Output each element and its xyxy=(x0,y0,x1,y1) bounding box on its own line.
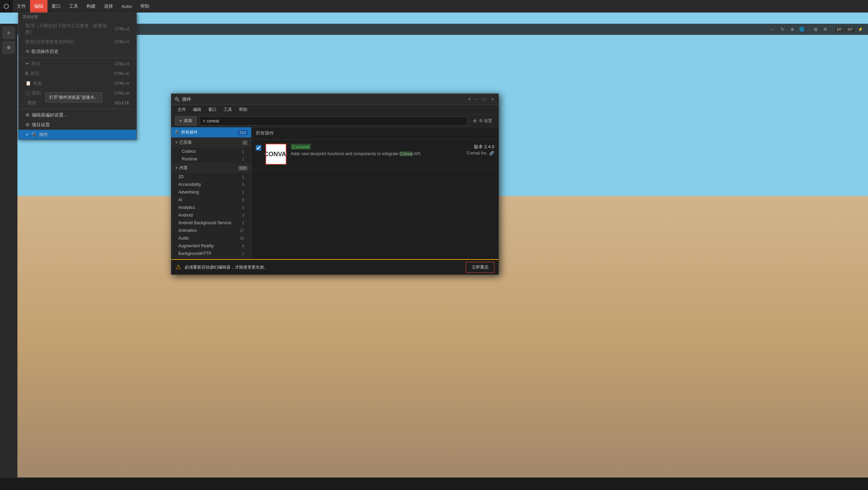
close-button[interactable]: × xyxy=(489,96,496,103)
analytics-count: 5 xyxy=(242,205,244,210)
plugin-name: Convai xyxy=(291,144,311,150)
tooltip-box: 打开"插件浏览器"选项卡。 xyxy=(45,92,102,103)
plugin-window: 🔌 插件 × − □ × 文件 编辑 窗口 工具 帮助 + 添加 × ⚙ ⚙ 设… xyxy=(171,93,499,275)
vp-angle-2: 10° xyxy=(845,27,855,32)
advertising-count: 1 xyxy=(242,190,244,194)
dropdown-item-copy[interactable]: ⎘拷贝 CTRL+C xyxy=(18,69,136,78)
plus-icon: + xyxy=(179,119,182,123)
all-plugins-section: 🔌 所有插件 510 xyxy=(171,127,251,137)
menu-item-build[interactable]: 构建 xyxy=(82,0,100,13)
warning-text: 必须重新启动虚幻编辑器，才能使变更生效。 xyxy=(185,264,462,270)
menu-item-window[interactable]: 窗口 xyxy=(47,0,65,13)
dropdown-item-redo[interactable]: 恢复(没有要恢复的内容) CTRL+Y xyxy=(18,37,136,47)
warning-icon: ⚠ xyxy=(175,263,181,271)
convai-logo: CONVAI xyxy=(264,151,288,158)
builtin-header[interactable]: ▼ 内置 508 xyxy=(171,163,251,173)
plugin-title-text: 插件 xyxy=(182,96,468,103)
dropdown-item-prefs[interactable]: ⚙编辑器偏好设置... xyxy=(18,110,136,120)
sidebar-item-runtime[interactable]: Runtime 1 xyxy=(171,155,251,163)
plugin-menu-window[interactable]: 窗口 xyxy=(205,105,220,114)
menu-item-file[interactable]: 文件 xyxy=(13,0,30,13)
sidebar-item-android[interactable]: Android 3 xyxy=(171,211,251,219)
add-plugin-button[interactable]: + 添加 xyxy=(175,116,197,126)
menu-item-edit[interactable]: 编辑 xyxy=(30,0,47,13)
menu-item-select[interactable]: 选择 xyxy=(100,0,117,13)
installed-header[interactable]: ▼ 已安装 2 xyxy=(171,137,251,148)
menu-item-help[interactable]: 帮助 xyxy=(136,0,154,13)
plugin-company: Convai Inc. 🔗 xyxy=(467,151,494,156)
vp-icon-grid[interactable]: ⊞ xyxy=(811,25,820,33)
plugin-menubar: 文件 编辑 窗口 工具 帮助 xyxy=(171,105,499,115)
plugin-menu-tools[interactable]: 工具 xyxy=(220,105,235,114)
sidebar-item-codecs-installed[interactable]: Codecs 1 xyxy=(171,148,251,155)
plugin-close-tab-btn[interactable]: × xyxy=(468,97,471,102)
plugin-desc-highlight: Convai xyxy=(399,151,412,156)
animation-count: 27 xyxy=(240,228,244,233)
sidebar-item-audio[interactable]: Audio 24 xyxy=(171,234,251,242)
sidebar-item-advertising[interactable]: Advertising 1 xyxy=(171,188,251,196)
dropdown-item-project-settings[interactable]: ⚙项目设置 xyxy=(18,120,136,130)
2d-count: 1 xyxy=(242,175,244,179)
sidebar-item-accessibility[interactable]: Accessibility 3 xyxy=(171,181,251,188)
codecs-installed-count: 1 xyxy=(242,149,244,153)
maximize-button[interactable]: □ xyxy=(481,96,487,103)
plugin-info: Convai Adds new blueprint functions and … xyxy=(291,144,463,157)
minimize-button[interactable]: − xyxy=(473,96,479,103)
plugin-version-info: 版本 2.4.0 Convai Inc. 🔗 xyxy=(467,144,494,156)
all-plugins-count: 510 xyxy=(238,130,248,135)
plugin-menu-edit[interactable]: 编辑 xyxy=(189,105,205,114)
vp-icon-world[interactable]: 🌐 xyxy=(798,25,806,33)
menu-item-actor[interactable]: Actor xyxy=(117,0,136,13)
dropdown-item-undo[interactable]: 取消（不能在以下操作之后恢复 - 新建地图） CTRL+Z xyxy=(18,21,136,37)
ar-count: 8 xyxy=(242,244,244,248)
installed-section: ▼ 已安装 2 Codecs 1 Runtime 1 xyxy=(171,137,251,163)
search-clear-button[interactable]: × xyxy=(203,118,205,124)
vp-icon-scale[interactable]: ⊕ xyxy=(788,25,796,33)
restart-button[interactable]: 立即重启 xyxy=(466,262,494,273)
plugin-title-bar: 🔌 插件 × − □ × xyxy=(171,94,499,105)
plugin-content: 所有插件 CONVAI Convai Adds new blueprint fu… xyxy=(252,127,499,259)
plugin-menu-file[interactable]: 文件 xyxy=(174,105,189,114)
left-panel-btn-menu[interactable]: ≡ xyxy=(2,27,15,39)
sidebar-item-animation[interactable]: Animation 27 xyxy=(171,227,251,234)
backgroundhttp-count: 1 xyxy=(242,251,244,256)
dropdown-item-cut[interactable]: ✂剪切 CTRL+X xyxy=(18,59,136,69)
plugin-version-number: 版本 2.4.0 xyxy=(467,144,494,150)
sidebar-item-ai[interactable]: AI 8 xyxy=(171,196,251,204)
vp-icon-last[interactable]: ⚡ xyxy=(856,25,865,33)
vp-icon-rotate[interactable]: ↻ xyxy=(778,25,787,33)
vp-icon-snap[interactable]: ⚙ xyxy=(821,25,830,33)
vp-separator-1 xyxy=(809,26,809,33)
settings-button[interactable]: ⚙ ⚙ 设置 xyxy=(470,116,495,125)
sidebar-item-analytics[interactable]: Analytics 5 xyxy=(171,204,251,211)
search-box: × xyxy=(200,116,467,126)
android-count: 3 xyxy=(242,213,244,217)
menu-item-tools[interactable]: 工具 xyxy=(65,0,82,13)
search-input[interactable] xyxy=(207,119,464,123)
sidebar-item-augmented-reality[interactable]: Augmented Reality 8 xyxy=(171,242,251,250)
builtin-toggle-icon: ▼ xyxy=(175,166,179,170)
plugin-body: 🔌 所有插件 510 ▼ 已安装 2 Codecs 1 xyxy=(171,127,499,259)
all-plugins-header[interactable]: 🔌 所有插件 510 xyxy=(171,127,251,137)
audio-count: 24 xyxy=(240,236,244,240)
dropdown-item-undo-history[interactable]: ⟲取消操作历史 xyxy=(18,47,136,56)
viewport-right-controls: ↔ ↻ ⊕ 🌐 ⊞ ⚙ 10° 10° ⚡ xyxy=(769,25,865,33)
dropdown-item-plugins[interactable]: ✓🔌插件 xyxy=(18,130,136,140)
menu-items: 文件 编辑 窗口 工具 构建 选择 Actor 帮助 xyxy=(13,0,154,13)
ai-count: 8 xyxy=(242,198,244,202)
viewport-toolbar: 🖥 平台 ▾ ↔ ↻ ⊕ 🌐 ⊞ ⚙ 10° 10° ⚡ xyxy=(17,24,868,35)
editor-dropdown: 其他设置 取消（不能在以下操作之后恢复 - 新建地图） CTRL+Z 恢复(没有… xyxy=(18,13,137,140)
sidebar-item-backgroundhttp[interactable]: BackgroundHTTP 1 xyxy=(171,250,251,257)
sidebar-item-android-bg-service[interactable]: Android Background Service 1 xyxy=(171,219,251,227)
plugin-toolbar: + 添加 × ⚙ ⚙ 设置 xyxy=(171,115,499,127)
dropdown-item-paste[interactable]: 📋粘贴 CTRL+V xyxy=(18,78,136,88)
plugin-menu-help[interactable]: 帮助 xyxy=(235,105,251,114)
left-panel: ≡ ⊕ xyxy=(0,24,17,490)
plugin-enable-checkbox[interactable] xyxy=(256,145,261,152)
plugin-checkbox-input[interactable] xyxy=(256,145,261,151)
sidebar-item-2d[interactable]: 2D 1 xyxy=(171,173,251,181)
android-bg-count: 1 xyxy=(242,221,244,225)
vp-icon-translate[interactable]: ↔ xyxy=(769,25,777,33)
plugin-sidebar: 🔌 所有插件 510 ▼ 已安装 2 Codecs 1 xyxy=(171,127,252,259)
left-panel-btn-select[interactable]: ⊕ xyxy=(2,41,15,54)
